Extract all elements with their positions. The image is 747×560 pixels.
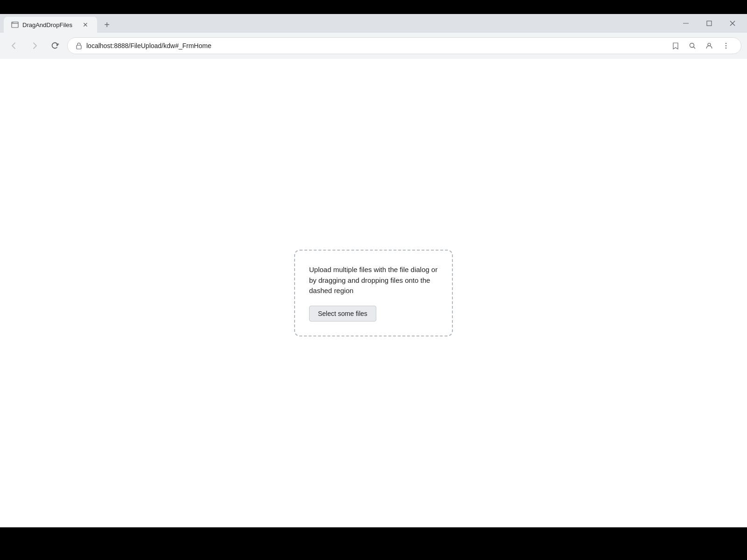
- address-bar[interactable]: localhost:8888/FileUpload/kdw#_FrmHome: [67, 37, 741, 54]
- select-files-button[interactable]: Select some files: [309, 306, 376, 322]
- svg-rect-3: [707, 21, 712, 26]
- svg-point-11: [726, 45, 726, 46]
- window-controls: [675, 14, 743, 33]
- drop-zone[interactable]: Upload multiple files with the file dial…: [294, 250, 453, 336]
- back-button[interactable]: [6, 37, 22, 54]
- tab-bar: DragAndDropFiles ✕ +: [0, 14, 747, 33]
- maximize-button[interactable]: [698, 14, 720, 33]
- page-content: Upload multiple files with the file dial…: [0, 59, 747, 527]
- svg-rect-2: [683, 23, 689, 24]
- svg-point-10: [726, 43, 726, 44]
- url-display: localhost:8888/FileUpload/kdw#_FrmHome: [86, 42, 664, 49]
- refresh-button[interactable]: [47, 37, 63, 54]
- top-black-bar: [0, 0, 747, 14]
- omnibox-bar: localhost:8888/FileUpload/kdw#_FrmHome: [0, 33, 747, 59]
- close-button[interactable]: [722, 14, 743, 33]
- search-icon[interactable]: [685, 38, 700, 53]
- tab-page-icon: [11, 21, 19, 28]
- svg-rect-6: [77, 45, 81, 49]
- svg-point-12: [726, 48, 726, 49]
- omnibox-actions: [668, 38, 733, 53]
- svg-line-8: [694, 47, 696, 49]
- svg-point-7: [690, 43, 694, 48]
- svg-point-1: [13, 22, 14, 23]
- tab-title: DragAndDropFiles: [22, 21, 78, 28]
- drop-zone-instruction: Upload multiple files with the file dial…: [309, 265, 438, 296]
- forward-button[interactable]: [26, 37, 43, 54]
- bottom-black-bar: [0, 527, 747, 555]
- browser-tab[interactable]: DragAndDropFiles ✕: [4, 17, 97, 33]
- tab-close-button[interactable]: ✕: [81, 21, 90, 29]
- profile-icon[interactable]: [702, 38, 717, 53]
- menu-icon[interactable]: [719, 38, 733, 53]
- new-tab-button[interactable]: +: [99, 17, 115, 33]
- bookmark-icon[interactable]: [668, 38, 683, 53]
- browser-chrome: DragAndDropFiles ✕ +: [0, 14, 747, 59]
- lock-icon: [75, 42, 83, 49]
- minimize-button[interactable]: [675, 14, 697, 33]
